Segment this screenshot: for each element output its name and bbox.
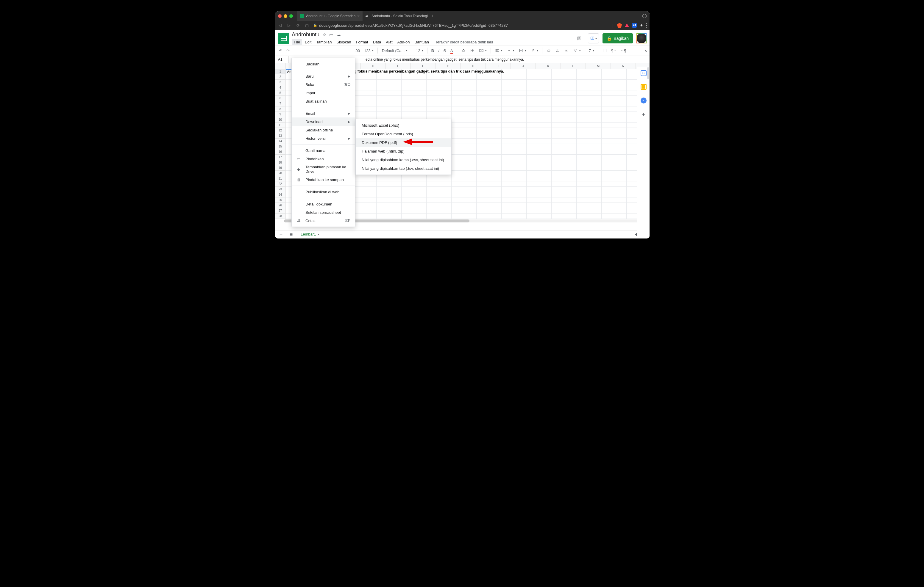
row-header[interactable]: 20 — [275, 171, 286, 176]
italic-icon[interactable]: I — [437, 47, 441, 54]
row-header[interactable]: 22 — [275, 181, 286, 187]
font-size-selector[interactable]: 12 — [414, 47, 424, 54]
vertical-align-icon[interactable] — [505, 47, 516, 54]
filter-icon[interactable] — [571, 47, 582, 54]
row-header[interactable]: 23 — [275, 187, 286, 192]
move-folder-icon[interactable]: ▭ — [329, 32, 333, 38]
row-header[interactable]: 26 — [275, 203, 286, 208]
addons-plus-icon[interactable]: + — [642, 111, 645, 118]
row-header[interactable]: 21 — [275, 176, 286, 181]
file-menu-item[interactable]: Detail dokumen — [292, 200, 355, 208]
file-menu-item[interactable]: Email▶ — [292, 109, 355, 117]
row-header[interactable]: 19 — [275, 165, 286, 171]
vertical-scrollbar[interactable] — [647, 67, 649, 79]
url-field[interactable]: 🔒 docs.google.com/spreadsheets/d/1a9dxYO… — [313, 23, 609, 28]
decimal-format[interactable]: .00 — [353, 47, 361, 54]
account-avatar[interactable] — [637, 33, 647, 43]
file-menu-item[interactable]: ◆Tambahkan pintasan ke Drive — [292, 163, 355, 176]
tasks-icon[interactable] — [640, 97, 647, 104]
select-all-corner[interactable] — [275, 63, 286, 69]
download-submenu-item[interactable]: Nilai yang dipisahkan koma (.csv, sheet … — [356, 156, 451, 164]
bookmark-icon[interactable]: ▢ — [304, 23, 310, 28]
file-menu-item[interactable]: 🗑Pindahkan ke sampah — [292, 176, 355, 184]
column-header[interactable]: D — [361, 63, 386, 69]
fill-color-icon[interactable] — [460, 47, 467, 54]
row-header[interactable]: 7 — [275, 101, 286, 107]
row-header[interactable]: 13 — [275, 133, 286, 138]
window-close[interactable] — [278, 14, 282, 18]
keep-icon[interactable] — [640, 84, 647, 90]
text-rotate-icon[interactable] — [529, 47, 540, 54]
column-header[interactable]: M — [586, 63, 611, 69]
menu-view[interactable]: Tampilan — [314, 39, 334, 45]
extensions-icon[interactable]: ✦ — [640, 23, 643, 28]
row-header[interactable]: 5 — [275, 90, 286, 96]
browser-tab-active[interactable]: Androbuntu - Google Spreadsh × — [297, 11, 363, 21]
row-header[interactable]: 24 — [275, 192, 286, 197]
calendar-icon[interactable] — [640, 70, 647, 76]
shields-icon[interactable] — [642, 14, 647, 18]
undo-icon[interactable]: ↶ — [277, 47, 284, 54]
star-icon[interactable]: ☆ — [322, 32, 326, 38]
bitwarden-icon[interactable] — [632, 23, 637, 28]
row-header[interactable]: 28 — [275, 214, 286, 219]
column-header[interactable]: F — [411, 63, 436, 69]
menu-format[interactable]: Format — [354, 39, 370, 45]
row-header[interactable]: 1 — [275, 69, 286, 74]
menu-data[interactable]: Data — [371, 39, 383, 45]
text-wrap-icon[interactable] — [517, 47, 528, 54]
download-submenu-item[interactable]: Halaman web (.html, zip) — [356, 147, 451, 156]
last-edit-link[interactable]: Terakhir diedit beberapa detik lalu — [435, 40, 493, 44]
row-header[interactable]: 14 — [275, 138, 286, 144]
horizontal-align-icon[interactable] — [493, 47, 504, 54]
file-menu-item[interactable]: ▭Pindahkan — [292, 155, 355, 163]
file-menu-item[interactable]: Buka⌘O — [292, 80, 355, 89]
window-maximize[interactable] — [289, 14, 293, 18]
sheet-tab-active[interactable]: Lembar1 ▾ — [298, 230, 322, 238]
file-menu-item[interactable]: Buat salinan — [292, 97, 355, 105]
download-submenu-item[interactable]: Format OpenDocument (.ods) — [356, 130, 451, 138]
nav-forward[interactable]: ▷ — [286, 23, 292, 28]
borders-icon[interactable] — [469, 47, 476, 54]
bold-icon[interactable]: B — [430, 47, 436, 54]
new-tab-button[interactable]: + — [428, 11, 436, 21]
functions-icon[interactable]: Σ — [587, 47, 596, 54]
insert-chart-icon[interactable] — [563, 47, 570, 54]
column-header[interactable]: E — [386, 63, 411, 69]
file-menu-item[interactable]: Bagikan — [292, 60, 355, 68]
insert-comment-icon[interactable] — [554, 47, 561, 54]
add-sheet-button[interactable]: + — [277, 231, 285, 238]
share-button[interactable]: 🔒 Bagikan — [602, 33, 633, 43]
file-menu-item[interactable]: Impor — [292, 89, 355, 97]
row-header[interactable]: 2 — [275, 74, 286, 80]
row-header[interactable]: 10 — [275, 117, 286, 123]
column-header[interactable]: J — [511, 63, 536, 69]
file-menu-item[interactable]: Download▶ — [292, 117, 355, 126]
browser-menu-icon[interactable] — [646, 23, 647, 28]
column-header[interactable]: N — [611, 63, 636, 69]
merge-cells-icon[interactable] — [477, 47, 488, 54]
brave-icon[interactable] — [617, 23, 622, 28]
row-header[interactable]: 3 — [275, 80, 286, 85]
text-color-icon[interactable]: A — [449, 47, 455, 54]
row-header[interactable]: 8 — [275, 107, 286, 112]
window-minimize[interactable] — [284, 14, 287, 18]
menu-insert[interactable]: Sisipkan — [334, 39, 353, 45]
cloud-status-icon[interactable]: ☁ — [337, 32, 341, 38]
column-header[interactable]: I — [486, 63, 511, 69]
more-formats[interactable]: 123 — [363, 47, 375, 54]
column-header[interactable]: H — [461, 63, 486, 69]
download-submenu-item[interactable]: Nilai yang dipisahkan tab (.tsv, sheet s… — [356, 164, 451, 173]
download-submenu-item[interactable]: Microsoft Excel (.xlsx) — [356, 121, 451, 130]
paragraph-ltr-icon[interactable]: ¶→ — [610, 47, 618, 54]
menu-file[interactable]: File — [292, 39, 302, 45]
column-header[interactable]: G — [436, 63, 461, 69]
row-header[interactable]: 6 — [275, 96, 286, 101]
row-header[interactable]: 17 — [275, 155, 286, 160]
paragraph-rtl-icon[interactable]: ←¶ — [619, 47, 627, 54]
menu-addons[interactable]: Add-on — [395, 39, 412, 45]
triangle-extension-icon[interactable] — [625, 23, 629, 27]
file-menu-item[interactable]: Ganti nama — [292, 146, 355, 155]
row-header[interactable]: 18 — [275, 160, 286, 165]
strikethrough-icon[interactable]: S — [442, 47, 448, 54]
